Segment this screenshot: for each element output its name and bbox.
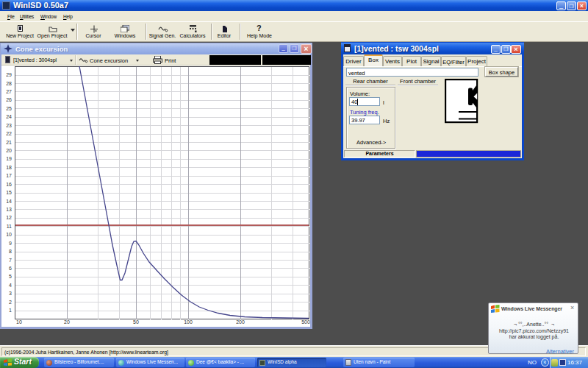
- svg-text:23: 23: [6, 123, 12, 128]
- svg-text:500: 500: [301, 319, 310, 325]
- svg-text:29: 29: [6, 72, 12, 77]
- svg-text:12: 12: [6, 215, 12, 220]
- svg-text:18: 18: [6, 165, 12, 170]
- svg-text:4: 4: [9, 283, 12, 288]
- svg-text:11: 11: [7, 224, 12, 229]
- svg-text:5: 5: [9, 274, 12, 279]
- svg-text:200: 200: [236, 319, 245, 325]
- svg-text:22: 22: [6, 131, 12, 136]
- svg-text:14: 14: [6, 199, 12, 204]
- svg-text:9: 9: [9, 241, 12, 246]
- svg-text:27: 27: [6, 89, 12, 94]
- svg-text:2: 2: [9, 300, 12, 305]
- svg-text:3: 3: [9, 291, 12, 296]
- svg-text:26: 26: [6, 97, 12, 102]
- svg-text:25: 25: [6, 106, 12, 111]
- svg-text:10: 10: [6, 232, 12, 237]
- svg-text:50: 50: [133, 319, 139, 325]
- svg-text:20: 20: [6, 148, 12, 153]
- svg-text:10: 10: [16, 319, 22, 325]
- svg-text:7: 7: [9, 258, 12, 263]
- svg-text:19: 19: [6, 156, 12, 161]
- svg-text:21: 21: [6, 140, 12, 145]
- svg-text:1: 1: [9, 308, 12, 313]
- svg-text:6: 6: [9, 266, 12, 271]
- svg-text:28: 28: [6, 81, 12, 86]
- svg-text:17: 17: [6, 173, 12, 178]
- svg-text:20: 20: [64, 319, 70, 325]
- svg-text:8: 8: [9, 249, 12, 254]
- svg-text:15: 15: [6, 190, 12, 195]
- svg-text:13: 13: [6, 207, 12, 212]
- svg-text:16: 16: [6, 182, 12, 187]
- svg-text:24: 24: [6, 114, 12, 119]
- svg-text:100: 100: [184, 319, 193, 325]
